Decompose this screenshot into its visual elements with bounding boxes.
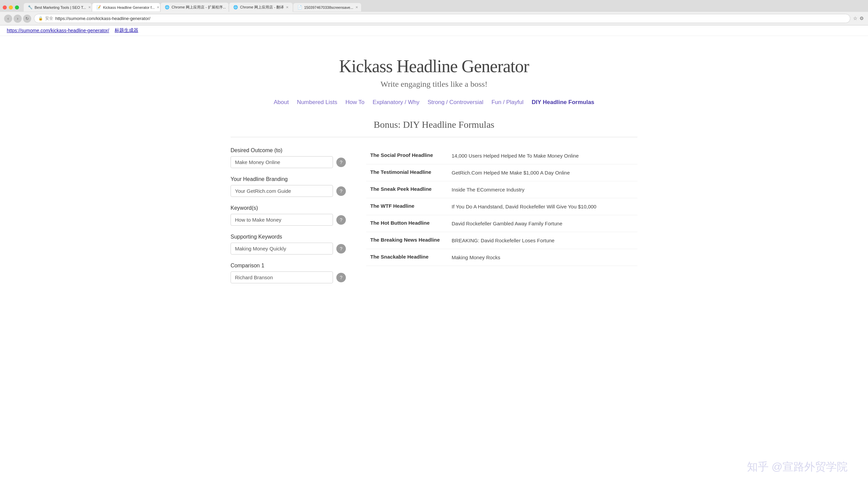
tab-close-4[interactable]: ✕ — [286, 5, 289, 9]
translated-title: 标题生成器 — [115, 27, 138, 34]
table-row: The Breaking News Headline BREAKING: Dav… — [366, 232, 637, 249]
nav-buttons: ‹ › ↻ — [4, 15, 31, 23]
tab-close-5[interactable]: ✕ — [355, 5, 358, 9]
forward-button[interactable]: › — [14, 15, 22, 23]
form-group-supporting: Supporting Keywords ? — [231, 234, 346, 255]
results-column: The Social Proof Headline 14,000 Users H… — [366, 147, 637, 266]
tab-label-5: 1503974670338screensave... — [304, 5, 353, 9]
extensions-icon[interactable]: ⚙ — [860, 16, 864, 21]
headline-type: The WTF Headline — [366, 198, 448, 215]
nav-howto[interactable]: How To — [346, 99, 364, 106]
tab-5[interactable]: 📄 1503974670338screensave... ✕ — [293, 3, 361, 12]
input-comparison[interactable] — [231, 271, 333, 283]
page-subtitle: Write engaging titles like a boss! — [231, 80, 637, 89]
label-supporting: Supporting Keywords — [231, 234, 346, 240]
input-row-branding: ? — [231, 185, 346, 197]
help-comparison[interactable]: ? — [336, 273, 346, 282]
table-row: The Social Proof Headline 14,000 Users H… — [366, 147, 637, 164]
close-button[interactable] — [3, 5, 7, 9]
label-desired-outcome: Desired Outcome (to) — [231, 147, 346, 154]
nav-playful[interactable]: Fun / Playful — [491, 99, 524, 106]
input-row-keywords: ? — [231, 214, 346, 226]
traffic-lights — [3, 5, 19, 9]
headline-type: The Snackable Headline — [366, 249, 448, 266]
tab-3[interactable]: 🌐 Chrome 网上应用店 - 扩展程序... ✕ — [161, 3, 229, 12]
headline-type: The Breaking News Headline — [366, 232, 448, 249]
label-comparison: Comparison 1 — [231, 263, 346, 269]
tab-favicon-2: 📝 — [96, 5, 101, 9]
table-row: The Snackable Headline Making Money Rock… — [366, 249, 637, 266]
help-branding[interactable]: ? — [336, 186, 346, 196]
browser-chrome: 🔧 Best Marketing Tools | SEO T... ✕ 📝 Ki… — [0, 0, 868, 25]
tab-4[interactable]: 🌐 Chrome 网上应用店 - 翻译 ✕ — [229, 3, 293, 12]
tab-label-4: Chrome 网上应用店 - 翻译 — [240, 5, 284, 10]
headline-result: Making Money Rocks — [448, 249, 637, 266]
headline-result: If You Do A Handstand, David Rockefeller… — [448, 198, 637, 215]
back-button[interactable]: ‹ — [4, 15, 12, 23]
page-title: Kickass Headline Generator — [231, 56, 637, 76]
headline-result: David Rockefeller Gambled Away Family Fo… — [448, 215, 637, 232]
url-bar[interactable]: 🔒 安全 https://sumome.com/kickass-headline… — [34, 14, 850, 23]
reload-button[interactable]: ↻ — [23, 15, 31, 23]
tab-close-2[interactable]: ✕ — [157, 5, 159, 9]
main-nav: About Numbered Lists How To Explanatory … — [231, 99, 637, 106]
tab-bar: 🔧 Best Marketing Tools | SEO T... ✕ 📝 Ki… — [0, 0, 868, 12]
headline-type: The Testimonial Headline — [366, 164, 448, 181]
nav-numbered[interactable]: Numbered Lists — [297, 99, 337, 106]
bookmark-icon[interactable]: ☆ — [853, 16, 857, 21]
headline-type: The Social Proof Headline — [366, 147, 448, 164]
url-text: https://sumome.com/kickass-headline-gene… — [55, 16, 150, 21]
tab-label-2: Kickass Headline Generator f... — [103, 5, 155, 9]
help-desired-outcome[interactable]: ? — [336, 158, 346, 167]
headline-result: BREAKING: David Rockefeller Loses Fortun… — [448, 232, 637, 249]
address-bar: ‹ › ↻ 🔒 安全 https://sumome.com/kickass-he… — [0, 12, 868, 25]
section-divider — [231, 137, 637, 137]
table-row: The WTF Headline If You Do A Handstand, … — [366, 198, 637, 215]
help-supporting[interactable]: ? — [336, 244, 346, 253]
tab-2[interactable]: 📝 Kickass Headline Generator f... ✕ — [92, 3, 160, 12]
minimize-button[interactable] — [9, 5, 13, 9]
section-title: Bonus: DIY Headline Formulas — [231, 119, 637, 130]
nav-diy[interactable]: DIY Headline Formulas — [532, 99, 594, 106]
label-branding: Your Headline Branding — [231, 176, 346, 182]
security-label: 安全 — [45, 16, 53, 21]
form-results-layout: Desired Outcome (to) ? Your Headline Bra… — [231, 147, 637, 291]
headline-result: GetRich.Com Helped Me Make $1,000 A Day … — [448, 164, 637, 181]
input-desired-outcome[interactable] — [231, 156, 333, 168]
headline-type: The Hot Button Headline — [366, 215, 448, 232]
input-branding[interactable] — [231, 185, 333, 197]
tab-1[interactable]: 🔧 Best Marketing Tools | SEO T... ✕ — [24, 3, 92, 12]
tab-favicon-4: 🌐 — [233, 5, 238, 9]
nav-explanatory[interactable]: Explanatory / Why — [373, 99, 419, 106]
table-row: The Hot Button Headline David Rockefelle… — [366, 215, 637, 232]
results-table: The Social Proof Headline 14,000 Users H… — [366, 147, 637, 266]
form-group-desired-outcome: Desired Outcome (to) ? — [231, 147, 346, 168]
headline-type: The Sneak Peek Headline — [366, 181, 448, 198]
page-url-link[interactable]: https://sumome.com/kickass-headline-gene… — [7, 28, 109, 33]
input-keywords[interactable] — [231, 214, 333, 226]
label-keywords: Keyword(s) — [231, 205, 346, 211]
tab-label-3: Chrome 网上应用店 - 扩展程序... — [172, 5, 226, 10]
tab-favicon-5: 📄 — [297, 5, 302, 9]
tab-favicon-3: 🌐 — [165, 5, 170, 9]
nav-controversial[interactable]: Strong / Controversial — [428, 99, 483, 106]
page-content: Kickass Headline Generator Write engagin… — [217, 36, 651, 298]
toolbar-icons: ☆ ⚙ — [853, 16, 864, 21]
input-supporting[interactable] — [231, 243, 333, 255]
help-keywords[interactable]: ? — [336, 215, 346, 225]
tab-close-1[interactable]: ✕ — [88, 5, 91, 9]
input-row-comparison: ? — [231, 271, 346, 283]
form-group-comparison: Comparison 1 ? — [231, 263, 346, 283]
tab-favicon-1: 🔧 — [28, 5, 33, 9]
security-lock-icon: 🔒 — [38, 16, 43, 21]
tab-close-3[interactable]: ✕ — [228, 5, 229, 9]
input-row-desired-outcome: ? — [231, 156, 346, 168]
table-row: The Testimonial Headline GetRich.Com Hel… — [366, 164, 637, 181]
input-row-supporting: ? — [231, 243, 346, 255]
form-group-keywords: Keyword(s) ? — [231, 205, 346, 226]
tab-label-1: Best Marketing Tools | SEO T... — [35, 5, 86, 9]
headline-result: 14,000 Users Helped Helped Me To Make Mo… — [448, 147, 637, 164]
form-column: Desired Outcome (to) ? Your Headline Bra… — [231, 147, 346, 291]
nav-about[interactable]: About — [274, 99, 289, 106]
maximize-button[interactable] — [15, 5, 19, 9]
